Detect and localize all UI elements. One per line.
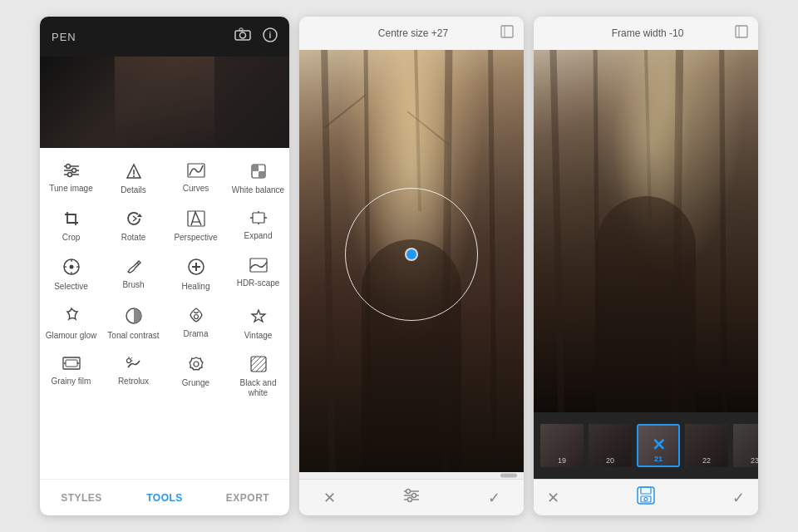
tool-tune[interactable]: Tune image xyxy=(40,156,102,200)
svg-rect-17 xyxy=(259,171,265,178)
tool-expand[interactable]: Expand xyxy=(227,204,289,248)
svg-point-62 xyxy=(406,490,411,494)
film-thumb-23-num: 23 xyxy=(751,456,758,465)
tonal-label: Tonal contrast xyxy=(107,331,159,341)
bw-label: Black and white xyxy=(230,378,286,398)
svg-line-70 xyxy=(722,50,724,412)
adjust-button[interactable] xyxy=(398,488,425,507)
rotate-label: Rotate xyxy=(121,233,145,243)
svg-line-55 xyxy=(490,50,495,472)
svg-line-67 xyxy=(553,50,561,412)
svg-text:i: i xyxy=(269,31,272,40)
svg-point-64 xyxy=(408,498,412,502)
vintage-label: Vintage xyxy=(244,331,273,341)
svg-point-8 xyxy=(66,165,70,169)
circle-center-dot[interactable] xyxy=(406,249,416,259)
tool-selective[interactable]: Selective xyxy=(40,251,102,297)
svg-line-45 xyxy=(131,357,132,359)
film-strip: 19 20 21 22 23 xyxy=(534,412,758,479)
tool-healing[interactable]: Healing xyxy=(165,251,227,297)
camera-icon[interactable] xyxy=(234,27,251,47)
glamour-icon xyxy=(62,307,81,328)
film-thumb-20[interactable]: 20 xyxy=(589,424,632,467)
svg-point-13 xyxy=(133,175,135,177)
film-thumb-22-num: 22 xyxy=(702,456,711,465)
confirm-button[interactable]: ✓ xyxy=(480,489,507,507)
svg-point-43 xyxy=(126,359,131,363)
tool-row-4: Glamour glow Tonal contrast xyxy=(40,300,289,346)
tool-crop[interactable]: Crop xyxy=(40,204,102,248)
grunge-icon xyxy=(187,356,205,375)
tools-grid: Tune image Details xyxy=(40,148,289,479)
middle-photo xyxy=(299,50,524,472)
tool-retrolux[interactable]: Retrolux xyxy=(102,349,165,403)
export-nav-item[interactable]: EXPORT xyxy=(206,480,289,515)
top-icons: i xyxy=(234,27,278,47)
middle-bottom-bar: ✕ ✓ xyxy=(299,479,524,515)
expand-icon xyxy=(249,210,268,228)
film-thumb-23[interactable]: 23 xyxy=(733,424,758,467)
svg-rect-65 xyxy=(736,26,747,37)
healing-icon xyxy=(187,258,205,278)
tool-perspective[interactable]: Perspective xyxy=(165,204,227,248)
svg-rect-16 xyxy=(252,165,259,171)
grainyfilm-icon xyxy=(62,356,81,373)
vintage-icon xyxy=(249,307,268,328)
svg-point-41 xyxy=(64,362,66,364)
drama-icon xyxy=(187,307,205,326)
middle-expand-icon[interactable] xyxy=(500,25,514,42)
tonal-icon xyxy=(125,307,143,328)
grunge-label: Grunge xyxy=(182,378,209,388)
film-thumb-22[interactable]: 22 xyxy=(685,424,728,467)
tool-drama[interactable]: Drama xyxy=(165,300,227,346)
glamour-label: Glamour glow xyxy=(46,331,97,341)
tool-bw[interactable]: Black and white xyxy=(227,349,289,403)
tool-glamour[interactable]: Glamour glow xyxy=(40,300,102,346)
film-thumb-19[interactable]: 19 xyxy=(540,424,584,467)
svg-point-27 xyxy=(69,265,73,269)
middle-panel-title: Centre size +27 xyxy=(326,27,500,39)
svg-line-32 xyxy=(137,263,139,264)
tool-details[interactable]: Details xyxy=(102,156,165,200)
tool-row-3: Selective Brush xyxy=(40,251,289,297)
svg-point-10 xyxy=(67,173,71,177)
svg-point-1 xyxy=(240,32,246,38)
tool-tonal[interactable]: Tonal contrast xyxy=(102,300,165,346)
app-title: PEN xyxy=(52,31,76,43)
svg-point-38 xyxy=(194,315,198,319)
tool-vintage[interactable]: Vintage xyxy=(227,300,289,346)
svg-line-52 xyxy=(324,50,332,472)
tool-grunge[interactable]: Grunge xyxy=(165,349,227,403)
styles-nav-item[interactable]: STYLES xyxy=(40,480,123,515)
right-expand-icon[interactable] xyxy=(735,25,748,42)
image-preview xyxy=(40,57,289,148)
tool-rotate[interactable]: Rotate xyxy=(102,204,165,248)
tools-nav-item[interactable]: TOOLS xyxy=(123,480,206,515)
cancel-button[interactable]: ✕ xyxy=(316,489,342,507)
save-button[interactable] xyxy=(636,485,656,510)
grainyfilm-label: Grainy film xyxy=(52,377,91,387)
hdrscape-label: HDR-scape xyxy=(237,278,280,288)
tool-grainyfilm[interactable]: Grainy film xyxy=(40,349,102,403)
tool-whitebalance[interactable]: White balance xyxy=(227,156,289,200)
top-bar: PEN i xyxy=(40,17,289,57)
svg-point-75 xyxy=(644,498,648,501)
curves-icon xyxy=(187,163,205,180)
vignette-circle[interactable] xyxy=(345,188,478,321)
tool-hdrscape[interactable]: HDR-scape xyxy=(227,251,289,297)
svg-rect-2 xyxy=(239,28,243,31)
retrolux-label: Retrolux xyxy=(118,377,149,387)
right-panel-bottom: ✕ ✓ xyxy=(534,479,758,515)
perspective-icon xyxy=(187,210,205,229)
right-cancel-button[interactable]: ✕ xyxy=(547,489,559,507)
tool-brush[interactable]: Brush xyxy=(102,251,165,297)
film-thumb-21-num: 21 xyxy=(654,455,663,463)
photo-bg-right xyxy=(534,50,758,412)
svg-point-9 xyxy=(71,169,76,173)
film-thumb-21[interactable]: 21 xyxy=(637,424,680,467)
details-icon xyxy=(126,163,142,182)
right-confirm-button[interactable]: ✓ xyxy=(732,489,745,507)
hdrscape-icon xyxy=(249,258,268,275)
tool-curves[interactable]: Curves xyxy=(165,156,227,200)
info-icon[interactable]: i xyxy=(263,27,278,47)
